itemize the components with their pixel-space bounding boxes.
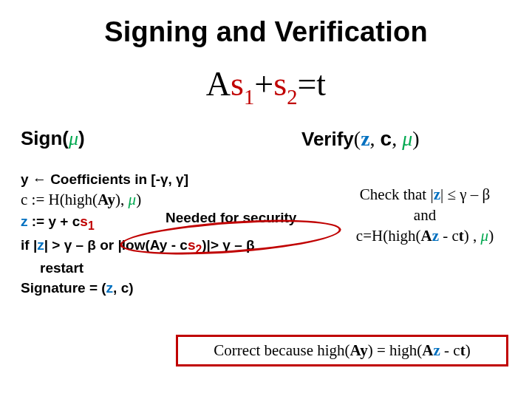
slide-title: Signing and Verification	[21, 16, 511, 48]
verify-z: z	[361, 127, 369, 150]
l2-p5: ),	[115, 191, 129, 208]
c2-p3: ) ,	[464, 227, 481, 245]
l2-c: c	[21, 191, 27, 208]
eq-sub2: 2	[287, 86, 297, 109]
eq-sub1: 1	[244, 86, 254, 109]
c2-A: A	[421, 227, 432, 245]
verify-close: )	[412, 127, 419, 150]
l6-p2: , c)	[113, 280, 133, 296]
verify-and: and	[338, 205, 511, 226]
l4-A: A	[150, 237, 160, 253]
l3-z: z	[21, 214, 28, 229]
verify-c: c	[381, 127, 392, 150]
l4-p1: if |	[21, 237, 37, 253]
correct-box: Correct because high(Ay) = high(Az - ct)	[176, 335, 508, 366]
sign-line-2: c := H(high(Ay), μ)	[21, 190, 331, 211]
l3-p4: + c	[56, 214, 80, 229]
verify-header: Verify(z, c, μ)	[242, 127, 511, 151]
eq-t: t	[316, 65, 326, 103]
l3-y: y	[48, 214, 56, 229]
body-row: y ← Coefficients in [-γ, γ] c := H(high(…	[21, 168, 511, 299]
l3-s: s	[80, 214, 88, 229]
c2-mu: μ	[481, 227, 489, 245]
sign-body: y ← Coefficients in [-γ, γ] c := H(high(…	[21, 168, 331, 299]
c1-z: z	[434, 185, 440, 203]
eq-A: A	[206, 65, 231, 103]
c2-p4: )	[488, 227, 494, 245]
cr-A1: A	[350, 341, 361, 359]
l3-p2: :=	[28, 214, 49, 229]
slide: Signing and Verification As1+s2=t Sign(μ…	[0, 0, 532, 399]
eq-s2: s	[273, 65, 287, 103]
l1-y: y	[21, 171, 29, 187]
l4-p3: - c	[167, 237, 187, 253]
cr-y: y	[360, 341, 368, 359]
l6-z: z	[106, 280, 114, 296]
eq-eq: =	[297, 65, 316, 103]
l2-y: y	[108, 191, 116, 208]
sign-line-5: restart	[21, 259, 331, 277]
cr-p4: )	[466, 341, 471, 359]
l3-sub: 1	[88, 219, 95, 232]
sign-label: Sign(	[21, 127, 69, 149]
l4-s2: s	[188, 237, 196, 253]
cr-p2: ) = high(	[368, 341, 423, 359]
l2-A: A	[98, 191, 108, 208]
l2-p6: )	[136, 191, 141, 208]
c2-z: z	[432, 227, 439, 245]
l6-p1: Signature = (	[21, 280, 106, 296]
sign-line-4: if |z| > γ – β or |low(Ay - cs2)|> γ – β	[21, 236, 331, 258]
verify-open: (	[354, 127, 361, 150]
cr-p3: - c	[440, 341, 460, 359]
c2-p1: c=H(high(	[356, 227, 421, 245]
l4-z: z	[37, 237, 44, 253]
c2-p2: - c	[439, 227, 459, 245]
section-headers: Sign(μ) Verify(z, c, μ)	[21, 127, 511, 151]
l4-p4: )|> γ – β	[202, 237, 254, 253]
sign-line-6: Signature = (z, c)	[21, 279, 331, 297]
l2-p2: := H(high(	[27, 191, 98, 208]
l2-mu: μ	[129, 191, 137, 208]
cr-A2: A	[422, 341, 433, 359]
cr-t: t	[460, 341, 466, 359]
verify-label: Verify	[301, 128, 354, 150]
sign-line-1: y ← Coefficients in [-γ, γ]	[21, 170, 331, 188]
needed-label: Needed for security	[166, 208, 296, 227]
main-equation: As1+s2=t	[21, 64, 511, 108]
l4-sub2: 2	[195, 242, 202, 255]
verify-line-1: Check that |z| ≤ γ – β	[338, 185, 511, 205]
l1-rest: ← Coefficients in [-γ, γ]	[29, 171, 188, 187]
sign-close: )	[78, 127, 85, 149]
verify-mu: μ	[402, 127, 412, 150]
sign-mu: μ	[69, 128, 78, 149]
l4-y: y	[160, 237, 168, 253]
c2-t: t	[459, 227, 464, 245]
verify-body: Check that |z| ≤ γ – β and c=H(high(Az -…	[331, 168, 511, 299]
verify-c2: ,	[392, 127, 402, 150]
verify-line-2: c=H(high(Az - ct) , μ)	[338, 226, 511, 247]
l4-p2: | > γ – β or |low(	[44, 237, 150, 253]
c1-p2: | ≤ γ – β	[440, 185, 490, 203]
verify-c1: ,	[370, 127, 381, 150]
eq-s1: s	[231, 65, 244, 103]
sign-header: Sign(μ)	[21, 127, 242, 151]
eq-plus: +	[254, 65, 273, 103]
cr-z: z	[434, 341, 440, 359]
c1-p1: Check that |	[360, 185, 434, 203]
cr-p1: Correct because high(	[214, 341, 349, 359]
